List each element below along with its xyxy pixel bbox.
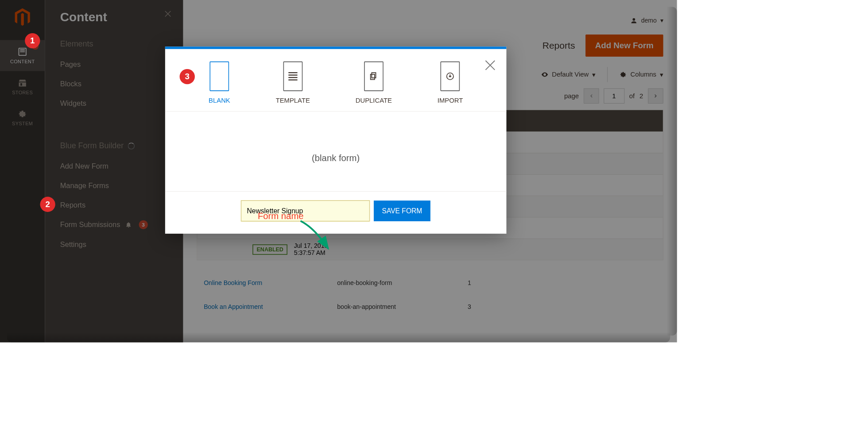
import-icon [441,62,460,91]
tab-blank[interactable]: BLANK [209,62,230,104]
modal-body-text: (blank form) [165,112,507,191]
save-form-button[interactable]: SAVE FORM [374,200,430,221]
tab-duplicate[interactable]: DUPLICATE [356,62,392,104]
tab-label: BLANK [209,96,230,104]
new-form-modal: BLANK TEMPLATE DUPLICATE IMPORT [165,46,507,234]
tab-template[interactable]: TEMPLATE [276,62,310,104]
modal-tabs: BLANK TEMPLATE DUPLICATE IMPORT [165,49,507,112]
annotation-badge-3: 3 [180,69,195,84]
tab-label: DUPLICATE [356,96,392,104]
svg-rect-4 [371,74,375,80]
template-icon [283,62,302,91]
blank-icon [210,62,229,91]
tab-import[interactable]: IMPORT [438,62,463,104]
annotation-badge-1: 1 [25,33,40,48]
svg-rect-3 [372,73,376,78]
annotation-arrow [297,217,345,259]
duplicate-icon [364,62,384,91]
tab-label: IMPORT [438,96,463,104]
modal-close-button[interactable] [481,57,499,74]
tab-label: TEMPLATE [276,96,310,104]
annotation-badge-2: 2 [40,197,55,212]
